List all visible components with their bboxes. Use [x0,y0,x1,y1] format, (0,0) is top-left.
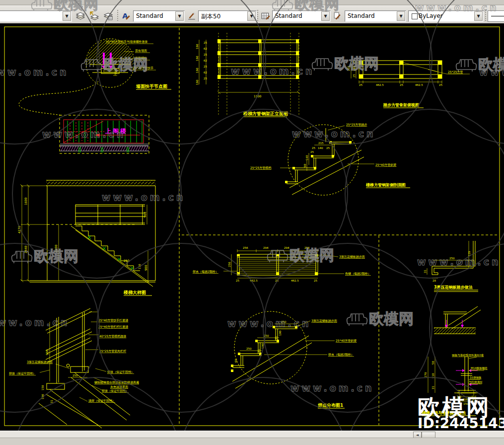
dim-label: 110 [114,69,117,74]
callout-label: 与柱脚满焊 [469,380,483,384]
color-arrow-icon[interactable]: ▼ [474,11,483,21]
dim-style-arrow-icon[interactable]: ▼ [247,11,256,21]
mleader-style-button[interactable] [331,9,345,23]
dim-label: 25 [456,398,460,401]
table-style-button[interactable] [259,9,273,23]
detail-tread-plank: 256 294 294 256 250 25 462.5 25 462.5 25… [193,246,371,282]
linetype-combo[interactable] [488,10,504,22]
detail-title: 3厚压花钢板踏步做法 [434,285,473,290]
callout-label: 焊接（保证牢固性） [9,371,36,375]
callout-label: 25*40方管栏杆打磨漆 [98,325,128,329]
table-style-arrow-icon[interactable]: ▼ [321,11,330,21]
dim-style-combo[interactable]: 副本50 ▼ [198,10,257,22]
dim-label: 25 [275,279,279,282]
detail-wall-handrail-node: 110 50*40方管扶手与墙体螺栓连接 原有墙面 膨胀螺栓 25*25方管扶手… [19,39,171,115]
toolbar-grip[interactable] [257,10,259,21]
dim-label: 250 [246,347,252,350]
dim-label: 25 [204,41,207,44]
dim-label: 60 [234,359,237,363]
dim-label: 25 [400,83,403,86]
dim-label: 150 [41,385,44,390]
dim-label: 294 [263,246,269,249]
table-style-combo[interactable]: Standard ▼ [272,10,331,22]
dim-label: 2200 [54,245,58,252]
table-style-value: Standard [275,12,302,19]
callout-label: 25*25方管踏步 [346,123,367,127]
dim-label: 160 [196,44,199,49]
layer-states-icon [104,11,113,20]
layer-previous-button[interactable] [88,9,101,23]
callout-label: 25*25方管扶手 [133,66,153,70]
detail-title: 踏步方管骨架俯视图 [383,102,419,107]
dim-style-icon [187,11,196,20]
layer-combo-arrow-icon[interactable]: ▼ [63,11,71,21]
dim-label: 25 [204,53,207,56]
callout-label: 钢制楼梯需在焊接前刷防锈漆两遍 [94,380,139,384]
dim-style-value: 副本50 [201,12,220,21]
callout-label: 25*25方管竖向栏杆 [99,349,126,353]
layer-combo[interactable]: ▼ [0,10,72,22]
dim-label: 462.5 [376,83,384,86]
color-value: ByLayer [419,12,443,19]
detail-railing-section: 900 250 150 100 31 25*40方管扶手打磨漆 25*40方管栏… [9,308,139,428]
color-combo[interactable]: ByLayer ▼ [408,10,484,22]
horizontal-scrollbar[interactable]: ◄ [0,431,504,438]
dim-label: 462.5 [291,279,299,282]
dim-label: 100 [41,394,44,399]
mleader-style-arrow-icon[interactable]: ▼ [397,11,405,21]
callout-label: 3厚压花钢板踏步面 [339,255,365,259]
dim-label: 62 [204,71,207,74]
mleader-style-combo[interactable]: Standard ▼ [345,10,406,22]
text-style-icon: A [122,11,131,20]
dim-label: 160 [196,68,199,73]
dim-label: 140 [305,155,308,160]
dim-label: 110 [432,373,434,378]
dim-label: 25 [312,147,315,149]
dim-label: 140 [318,147,323,149]
dim-label: 160 [196,56,199,61]
frame-joints [217,39,299,79]
mleader-style-value: Standard [348,12,375,19]
dim-label: 150 [138,264,141,269]
detail-title: 楼梯基础与地坪固定做法 [422,410,466,415]
dim-label: 28 [432,279,436,282]
dim-label: 250 [264,334,269,337]
dim-label: 31 [432,386,434,389]
mleader-style-icon [333,11,342,20]
dim-label: 31 [275,336,278,340]
callout-label: 40*25方管横档连接 [99,334,126,338]
layer-states-button[interactable] [102,9,115,23]
callout-label: 25*25方管横档 [250,166,271,170]
detail-base-plate: 270 50 110 31 25 100 25 150 钢板与基础预埋件满焊2遍… [422,354,488,416]
layer-properties-button[interactable] [74,9,87,23]
dim-label: 256 [304,246,310,249]
dim-label: 1600 [24,198,27,205]
callout-label: 25*40方管扶手打磨漆 [98,318,128,322]
dim-label: 462.5 [250,279,258,282]
plan-direction-label: 上阁楼 [105,128,128,135]
dim-label: 62 [204,59,207,62]
detail-frame-front-elevation: 160 160 160 160 25 62 25 62 25 62 25 110… [196,33,300,117]
dim-label: 31 [257,349,260,353]
text-style-combo[interactable]: Standard ▼ [133,10,185,22]
table-style-icon [261,11,270,20]
text-style-arrow-icon[interactable]: ▼ [175,11,184,21]
dim-label: 150 [463,402,469,405]
dim-label: 256 [243,246,248,249]
detail-title: 楼梯方管钢架侧剖面图 [365,182,406,187]
dim-label: 62 [204,47,207,50]
dim-label: 250 [281,320,287,323]
dim-label: 462.5 [415,83,423,86]
toolbar-grip[interactable] [117,10,119,21]
dim-label: 215 [347,66,350,71]
callout-label: 钢板与基础预埋件满焊2遍 [451,354,484,357]
linetype-preview [491,16,504,16]
dim-style-button[interactable] [185,9,199,23]
text-style-button[interactable]: A [120,9,133,23]
toolbar-grip[interactable] [485,10,487,21]
drawing-canvas[interactable]: 110 50*40方管扶手与墙体螺栓连接 原有墙面 膨胀螺栓 25*25方管扶手… [0,23,504,431]
layers-icon [76,11,85,20]
toolbar: ▼ A Standard ▼ [0,0,504,24]
dim-label: 215 [318,142,324,145]
detail-title: 焊点分布图1 [317,403,343,408]
